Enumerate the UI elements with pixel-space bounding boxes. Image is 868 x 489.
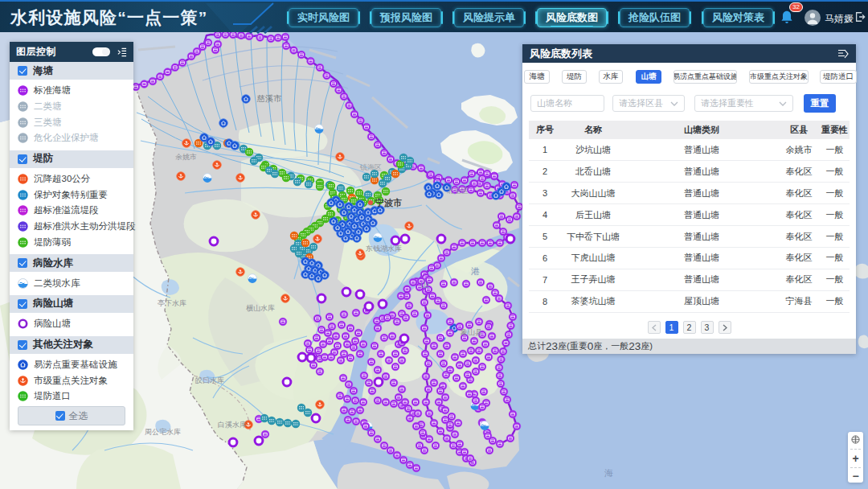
svg-text:镇海区: 镇海区 xyxy=(359,163,382,171)
svg-text:港: 港 xyxy=(471,266,480,276)
svg-text:海: 海 xyxy=(604,468,613,478)
svg-text:周公宅水库: 周公宅水库 xyxy=(145,428,181,436)
svg-text:北仑区: 北仑区 xyxy=(447,187,469,195)
svg-text:余姚市: 余姚市 xyxy=(175,153,197,161)
svg-text:东钱湖水库: 东钱湖水库 xyxy=(365,244,402,253)
svg-text:山: 山 xyxy=(420,279,429,289)
svg-text:皎口水库: 皎口水库 xyxy=(195,376,224,384)
svg-text:横山水库: 横山水库 xyxy=(246,304,275,312)
svg-text:亭下水库: 亭下水库 xyxy=(158,299,186,307)
svg-text:白溪水库: 白溪水库 xyxy=(218,421,247,429)
svg-text:慈溪市: 慈溪市 xyxy=(256,94,282,103)
svg-text:象山县: 象山县 xyxy=(461,328,482,336)
svg-text:宁波市: 宁波市 xyxy=(375,198,402,208)
